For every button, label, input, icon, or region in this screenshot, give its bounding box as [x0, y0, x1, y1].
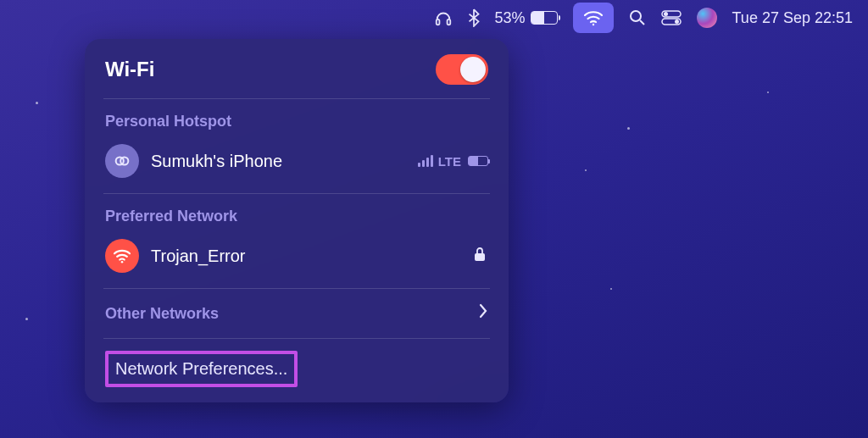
spotlight-icon[interactable]	[629, 0, 646, 36]
wifi-network-icon	[105, 239, 139, 273]
audio-output-icon[interactable]	[434, 0, 453, 36]
svg-point-3	[631, 11, 641, 21]
wifi-title: Wi-Fi	[105, 58, 154, 81]
bg-dot	[767, 91, 769, 93]
bluetooth-icon[interactable]	[468, 0, 480, 36]
wifi-toggle[interactable]	[436, 54, 488, 85]
bg-dot	[585, 169, 587, 171]
battery-status[interactable]: 53%	[495, 0, 558, 36]
chevron-right-icon	[478, 302, 488, 324]
bg-dot	[36, 102, 38, 104]
wifi-panel-header: Wi-Fi	[85, 39, 509, 98]
hotspot-device-name: Sumukh's iPhone	[151, 152, 406, 171]
control-center-icon[interactable]	[661, 0, 682, 36]
network-preferences-highlight: Network Preferences...	[105, 351, 298, 387]
svg-point-8	[675, 19, 679, 24]
hotspot-section-label: Personal Hotspot	[85, 99, 509, 139]
hotspot-signal-info: LTE	[418, 154, 488, 169]
svg-point-6	[664, 12, 668, 16]
preferred-network-row[interactable]: Trojan_Error	[85, 234, 509, 288]
battery-percent-label: 53%	[495, 9, 526, 27]
bg-dot	[627, 127, 630, 130]
bg-dot	[610, 288, 612, 290]
svg-point-2	[592, 24, 593, 25]
other-networks-label: Other Networks	[105, 305, 219, 323]
cellular-signal-icon	[418, 155, 433, 167]
battery-icon	[531, 11, 558, 25]
siri-icon[interactable]	[697, 0, 717, 36]
datetime-label[interactable]: Tue 27 Sep 22:51	[732, 0, 853, 36]
svg-rect-12	[475, 253, 485, 261]
hotspot-battery-icon	[468, 156, 488, 166]
network-preferences-label: Network Preferences...	[115, 359, 287, 378]
menubar: 53% Tue 27 Sep 22:51	[419, 0, 868, 36]
lock-icon	[471, 247, 488, 266]
other-networks-row[interactable]: Other Networks	[85, 289, 509, 338]
hotspot-row[interactable]: Sumukh's iPhone LTE	[85, 139, 509, 193]
svg-rect-0	[436, 19, 439, 25]
carrier-label: LTE	[438, 154, 461, 169]
svg-line-4	[640, 20, 644, 25]
wifi-menubar-icon[interactable]	[573, 3, 614, 33]
network-preferences-row[interactable]: Network Preferences...	[85, 339, 509, 402]
svg-point-11	[121, 261, 124, 263]
preferred-ssid: Trojan_Error	[151, 247, 459, 266]
hotspot-icon	[105, 144, 139, 178]
preferred-section-label: Preferred Network	[85, 194, 509, 234]
svg-rect-1	[447, 19, 450, 25]
wifi-panel: Wi-Fi Personal Hotspot Sumukh's iPhone L…	[85, 39, 509, 402]
bg-dot	[25, 318, 28, 320]
